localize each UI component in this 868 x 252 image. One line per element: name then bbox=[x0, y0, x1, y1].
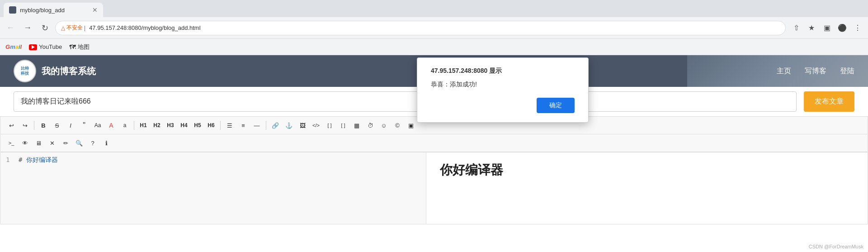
alert-overlay: 47.95.157.248:8080 显示 恭喜：添加成功! 确定 bbox=[0, 55, 868, 252]
bookmark-button[interactable]: ★ bbox=[805, 21, 818, 35]
alert-message: 恭喜：添加成功! bbox=[431, 81, 575, 89]
tab-favicon bbox=[9, 6, 16, 14]
bookmark-youtube-label: YouTube bbox=[39, 43, 62, 50]
bookmark-maps[interactable]: 🗺 地图 bbox=[69, 43, 90, 51]
bookmark-maps-label: 地图 bbox=[78, 43, 90, 51]
menu-button[interactable]: ⋮ bbox=[851, 21, 864, 35]
alert-ok-button[interactable]: 确定 bbox=[537, 98, 575, 113]
address-url: 47.95.157.248:8080/myblog/blog_add.html bbox=[89, 24, 200, 31]
alert-title: 47.95.157.248:8080 显示 bbox=[431, 67, 575, 75]
reload-button[interactable]: ↻ bbox=[38, 21, 52, 35]
window-button[interactable]: ▣ bbox=[820, 21, 834, 35]
bookmarks-bar: Gmail YouTube 🗺 地图 bbox=[0, 39, 868, 55]
warning-icon: △ bbox=[61, 25, 65, 31]
alert-button-row: 确定 bbox=[431, 98, 575, 113]
address-bar[interactable]: △ 不安全 | 47.95.157.248:8080/myblog/blog_a… bbox=[55, 21, 786, 35]
gmail-icon: Gmail bbox=[5, 43, 22, 50]
address-bar-row: ← → ↻ △ 不安全 | 47.95.157.248:8080/myblog/… bbox=[0, 17, 868, 39]
maps-icon: 🗺 bbox=[69, 43, 76, 51]
tab-title: myblog/blog_add bbox=[20, 7, 89, 14]
alert-dialog: 47.95.157.248:8080 显示 恭喜：添加成功! 确定 bbox=[417, 57, 589, 123]
profile-button[interactable]: ⚫ bbox=[835, 21, 849, 35]
bookmark-gmail[interactable]: Gmail bbox=[5, 43, 22, 50]
page-content: 比特科技 我的博客系统 主页 写博客 登陆 发布文章 ↩ ↪ B S I " A… bbox=[0, 55, 868, 252]
bookmark-youtube[interactable]: YouTube bbox=[29, 43, 62, 50]
forward-button[interactable]: → bbox=[21, 21, 34, 35]
separator: | bbox=[84, 25, 85, 31]
share-button[interactable]: ⇧ bbox=[789, 21, 803, 35]
active-tab[interactable]: myblog/blog_add ✕ bbox=[4, 3, 103, 17]
back-button[interactable]: ← bbox=[4, 21, 17, 35]
tab-close-button[interactable]: ✕ bbox=[92, 6, 98, 14]
security-label: 不安全 bbox=[66, 24, 83, 32]
security-indicator: △ 不安全 | bbox=[61, 24, 85, 32]
address-actions: ⇧ ★ ▣ ⚫ ⋮ bbox=[789, 21, 864, 35]
youtube-icon bbox=[29, 43, 37, 50]
watermark: CSDN @ForDreamMusk bbox=[809, 244, 863, 249]
browser-window: myblog/blog_add ✕ ← → ↻ △ 不安全 | 47.95.15… bbox=[0, 0, 868, 252]
tab-bar: myblog/blog_add ✕ bbox=[0, 0, 868, 17]
